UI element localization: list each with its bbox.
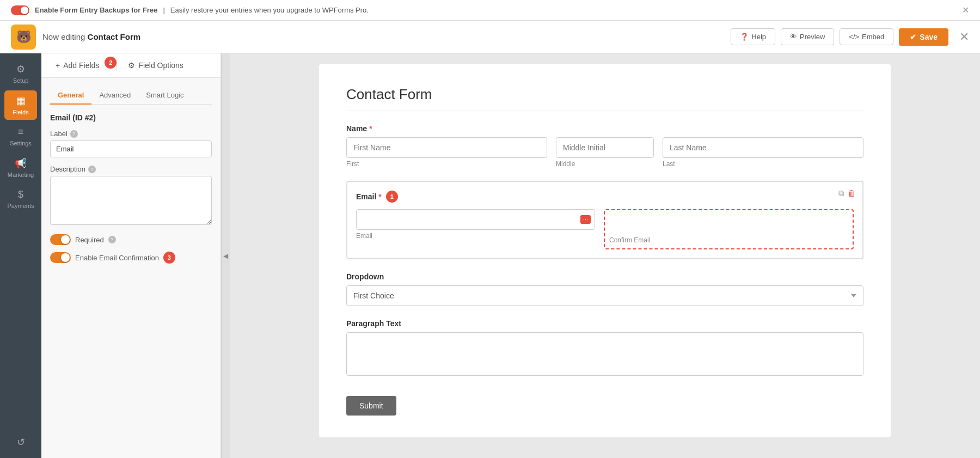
history-icon: ↺ (17, 436, 25, 448)
label-input[interactable] (50, 141, 212, 157)
add-fields-label: Add Fields (63, 61, 99, 70)
left-panel: + Add Fields 2 ⚙ Field Options General A… (41, 53, 221, 458)
tab-divider (117, 60, 117, 71)
email-input[interactable] (356, 209, 595, 230)
app-body: ⚙ Setup ▦ Fields ≡ Settings 📢 Marketing … (0, 53, 980, 458)
gear-icon: ⚙ (16, 63, 25, 75)
description-group: Description ? (50, 165, 212, 227)
required-label: Required (75, 236, 104, 244)
description-help-icon[interactable]: ? (88, 166, 96, 173)
close-editor-icon[interactable]: ✕ (959, 30, 969, 44)
payments-icon: $ (18, 189, 23, 200)
email-confirmation-badge: 3 (163, 252, 175, 264)
top-banner: Enable Form Entry Backups for Free | Eas… (0, 0, 980, 21)
field-sub-tabs: General Advanced Smart Logic (50, 87, 212, 105)
banner-toggle-label: Enable Form Entry Backups for Free (35, 6, 157, 14)
last-name-input[interactable] (663, 137, 863, 158)
panel-tab-bar: + Add Fields 2 ⚙ Field Options (41, 53, 220, 78)
email-confirmation-label: Enable Email Confirmation (75, 254, 159, 262)
sidebar-item-fields[interactable]: ▦ Fields (4, 90, 37, 120)
email-dots-icon[interactable]: ··· (580, 215, 591, 224)
main-header: 🐻 Now editing Contact Form ❓ Help 👁 Prev… (0, 21, 980, 53)
description-field-label: Description ? (50, 165, 212, 173)
help-button[interactable]: ❓ Help (731, 28, 775, 45)
banner-subtext: Easily restore your entries when you upg… (170, 6, 369, 14)
submit-button[interactable]: Submit (346, 396, 396, 416)
fields-icon: ▦ (16, 95, 26, 107)
middle-name-col: Middle (556, 137, 654, 168)
label-help-icon[interactable]: ? (70, 130, 78, 138)
form-area: Contact Form Name * First Middle (230, 53, 980, 458)
preview-button[interactable]: 👁 Preview (781, 28, 834, 45)
description-textarea[interactable] (50, 176, 212, 225)
banner-toggle[interactable] (11, 5, 29, 15)
tab-smart-logic[interactable]: Smart Logic (138, 87, 191, 105)
collapse-handle[interactable]: ◀ (221, 53, 230, 458)
email-section-actions: ⧉ 🗑 (838, 188, 856, 198)
email-required-star: * (378, 192, 381, 201)
required-toggle[interactable] (50, 234, 71, 245)
name-field-label: Name * (346, 124, 863, 133)
label-field-label: Label ? (50, 130, 212, 138)
add-fields-badge: 2 (105, 57, 117, 69)
settings-icon: ≡ (18, 126, 24, 138)
confirm-email-sublabel: Confirm Email (609, 236, 848, 244)
email-input-col: ··· Email (356, 209, 595, 249)
delete-icon[interactable]: 🗑 (848, 188, 856, 198)
paragraph-field-group: Paragraph Text (346, 319, 863, 377)
tab-general[interactable]: General (50, 87, 91, 105)
sidebar-item-history[interactable]: ↺ (4, 432, 37, 453)
paragraph-field-label: Paragraph Text (346, 319, 863, 328)
email-confirmation-toggle[interactable] (50, 252, 71, 263)
name-row: First Middle Last (346, 137, 863, 168)
form-card: Contact Form Name * First Middle (319, 64, 891, 437)
first-name-sublabel: First (346, 160, 547, 168)
sidebar-settings-label: Settings (10, 140, 32, 146)
name-field-group: Name * First Middle Last (346, 124, 863, 168)
first-name-col: First (346, 137, 547, 168)
email-input-wrapper: ··· (356, 209, 595, 230)
paragraph-textarea[interactable] (346, 332, 863, 376)
sidebar-payments-label: Payments (8, 203, 34, 209)
middle-name-input[interactable] (556, 137, 654, 158)
required-help-icon[interactable]: ? (108, 236, 116, 243)
tab-advanced[interactable]: Advanced (91, 87, 138, 105)
embed-icon: </> (849, 33, 859, 41)
dropdown-field-label: Dropdown (346, 272, 863, 281)
sidebar-nav: ⚙ Setup ▦ Fields ≡ Settings 📢 Marketing … (0, 53, 41, 458)
sidebar-item-marketing[interactable]: 📢 Marketing (4, 153, 37, 182)
form-title: Contact Form (346, 86, 863, 103)
required-row: Required ? (50, 234, 212, 245)
copy-icon[interactable]: ⧉ (838, 188, 844, 198)
email-confirmation-row: Enable Email Confirmation 3 (50, 252, 212, 264)
sidebar-item-setup[interactable]: ⚙ Setup (4, 59, 37, 88)
embed-button[interactable]: </> Embed (840, 28, 893, 45)
first-name-input[interactable] (346, 137, 547, 158)
last-name-sublabel: Last (663, 160, 863, 168)
field-options-label: Field Options (138, 61, 183, 70)
form-name-header: Contact Form (88, 32, 141, 41)
sidebar-item-settings[interactable]: ≡ Settings (4, 122, 37, 151)
preview-icon: 👁 (790, 33, 797, 41)
sidebar-item-payments[interactable]: $ Payments (4, 185, 37, 213)
dropdown-select[interactable]: First Choice (346, 285, 863, 306)
confirm-email-input[interactable] (609, 215, 848, 234)
last-name-col: Last (663, 137, 863, 168)
add-fields-tab[interactable]: + Add Fields 2 (47, 53, 114, 77)
sliders-icon: ⚙ (128, 61, 135, 70)
sidebar-setup-label: Setup (13, 77, 29, 84)
logo: 🐻 (11, 25, 36, 50)
help-icon: ❓ (740, 33, 749, 41)
banner-close-icon[interactable]: ✕ (962, 5, 969, 15)
dropdown-field-group: Dropdown First Choice (346, 272, 863, 306)
checkmark-icon: ✔ (910, 33, 916, 41)
field-id-label: Email (ID #2) (50, 113, 212, 122)
email-field-label: Email * (356, 192, 382, 201)
middle-name-sublabel: Middle (556, 160, 654, 168)
save-button[interactable]: ✔ Save (899, 28, 948, 46)
banner-toggle-pill[interactable] (11, 5, 29, 15)
banner-separator: | (163, 6, 164, 14)
sidebar-marketing-label: Marketing (8, 172, 34, 178)
form-divider (346, 111, 863, 111)
field-options-tab[interactable]: ⚙ Field Options (119, 53, 192, 77)
